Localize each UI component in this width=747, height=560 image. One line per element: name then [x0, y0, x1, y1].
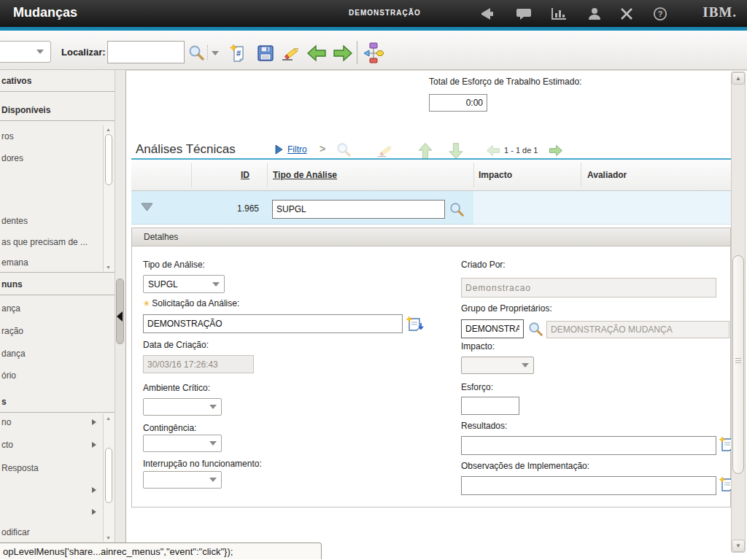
esforco-input[interactable] [461, 397, 519, 415]
grupo-lookup-icon[interactable] [527, 321, 543, 337]
row-tipo-input[interactable] [272, 200, 445, 219]
filtro-link[interactable]: Filtro [287, 144, 307, 155]
row-tipo-lookup-icon[interactable] [449, 201, 465, 217]
data-criacao-label: Data de Criação: [143, 340, 209, 350]
chevron-down-icon [209, 441, 217, 446]
total-effort-input[interactable] [429, 94, 487, 112]
sidebar-item[interactable]: ança [1, 303, 20, 314]
sidebar-list-scrollbar[interactable]: ▲ ▼ [103, 125, 114, 271]
sidebar-item[interactable]: ros [1, 131, 14, 141]
column-header-avaliador: Avaliador [587, 170, 627, 180]
data-criacao-value: 30/03/16 17:26:43 [147, 359, 218, 370]
next-record-icon[interactable] [331, 42, 355, 64]
impacto-label: Impacto: [461, 341, 495, 351]
sidebar-panel-kpis [0, 124, 115, 273]
sidebar-item[interactable]: dentes [1, 216, 28, 226]
scroll-up-icon[interactable]: ▲ [106, 127, 111, 132]
table-header [131, 160, 731, 191]
dotted-divider [207, 45, 208, 60]
interrupcao-label: Interrupção no funcionamento: [143, 459, 262, 469]
column-divider [473, 163, 474, 187]
scroll-up-icon[interactable]: ▲ [732, 72, 745, 85]
grupo-desc-field: DEMONSTRAÇÃO MUDANÇA [546, 321, 729, 338]
observacoes-input[interactable] [461, 476, 716, 495]
solicitacao-longdesc-icon[interactable] [406, 316, 424, 332]
sidebar-item[interactable]: ório [1, 370, 16, 381]
chevron-down-icon [36, 50, 44, 54]
svg-text:#: # [236, 49, 241, 58]
interrupcao-select[interactable] [143, 471, 222, 489]
sidebar-section-aplicativos[interactable]: cativos [0, 70, 115, 92]
move-up-icon[interactable] [417, 142, 433, 160]
row-detail-toggle-icon[interactable] [141, 203, 153, 212]
search-options-caret-icon[interactable] [212, 51, 219, 55]
esforco-label: Esforço: [461, 382, 493, 392]
sidebar-item[interactable]: dores [1, 153, 23, 163]
sidebar-item[interactable]: Resposta [1, 463, 39, 473]
chat-icon[interactable] [514, 6, 533, 22]
filter-expand-icon[interactable] [275, 144, 283, 155]
ambiente-label: Ambiente Crítico: [143, 383, 210, 393]
sidebar-item[interactable]: odificar [1, 527, 30, 537]
save-icon[interactable] [255, 42, 276, 64]
previous-record-icon[interactable] [305, 42, 328, 64]
submenu-arrow-icon [92, 487, 96, 493]
details-tab[interactable]: Detalhes [132, 228, 730, 246]
sidebar-section-disponiveis[interactable]: Disponíveis [0, 99, 115, 121]
grupo-input[interactable] [461, 319, 524, 338]
search-icon[interactable] [186, 41, 206, 64]
new-record-icon[interactable]: # [228, 42, 249, 64]
scroll-up-icon[interactable]: ▲ [106, 416, 111, 421]
sidebar-section-label: Disponíveis [0, 105, 50, 115]
column-header-impacto: Impacto [479, 170, 512, 180]
table-clear-icon[interactable] [376, 143, 395, 159]
sidebar-panel-actions [0, 413, 115, 543]
sidebar-item[interactable]: dança [1, 349, 26, 359]
sidebar-item[interactable]: cto [1, 440, 13, 450]
status-bar: opLevelMenus['share...ainrec_menus","eve… [0, 542, 322, 559]
sidebar-section-acoes[interactable]: s [0, 391, 115, 413]
solicitacao-input[interactable] [143, 314, 403, 333]
table-row-right [473, 191, 731, 225]
app-title: Mudanças [13, 5, 77, 20]
contingencia-select[interactable] [143, 435, 222, 452]
pagination-label: 1 - 1 de 1 [504, 146, 538, 155]
announcements-icon[interactable] [479, 6, 498, 22]
help-icon[interactable]: ? [651, 6, 670, 22]
queries-dropdown[interactable] [0, 41, 51, 63]
clear-changes-icon[interactable] [280, 42, 302, 64]
column-divider [581, 163, 581, 187]
solicitacao-label-text: Solicitação da Análise: [152, 298, 239, 308]
ambiente-select[interactable] [143, 398, 222, 416]
chevron-down-icon [209, 405, 217, 409]
profile-icon[interactable] [585, 6, 604, 22]
scrollbar-thumb[interactable] [105, 134, 112, 185]
scroll-down-icon[interactable]: ▼ [732, 540, 745, 552]
column-header-tipo[interactable]: Tipo de Análise [273, 170, 337, 180]
sidebar-item[interactable]: as que precisam de ... [1, 237, 88, 247]
resultados-input[interactable] [461, 436, 716, 455]
column-header-id[interactable]: ID [241, 170, 249, 180]
table-search-icon[interactable] [336, 141, 352, 158]
sidebar-section-comuns[interactable]: nuns [0, 273, 115, 295]
scrollbar-thumb[interactable] [105, 448, 112, 503]
move-down-icon[interactable] [448, 142, 464, 160]
filter-chevron: > [320, 143, 325, 155]
scroll-down-icon[interactable]: ▼ [106, 265, 111, 270]
workflow-icon[interactable] [362, 42, 385, 65]
sidebar-item[interactable]: ração [1, 326, 23, 336]
prev-page-icon[interactable] [486, 144, 500, 157]
scroll-down-icon[interactable]: ▼ [106, 535, 111, 540]
chevron-down-icon [522, 363, 529, 368]
impacto-select[interactable] [461, 357, 534, 374]
reports-chart-icon[interactable] [549, 6, 568, 22]
main-scrollbar-thumb[interactable] [732, 255, 744, 474]
signout-close-icon[interactable] [617, 6, 636, 22]
tipo-analise-select[interactable]: SUPGL [143, 275, 225, 293]
sidebar-item[interactable]: emana [1, 257, 28, 268]
sidebar-actions-scrollbar[interactable]: ▲ ▼ [103, 414, 114, 542]
next-page-icon[interactable] [549, 144, 563, 157]
sidebar-item[interactable]: no [1, 417, 11, 427]
search-input[interactable] [107, 41, 185, 63]
sidebar-collapse-icon[interactable] [117, 311, 123, 322]
